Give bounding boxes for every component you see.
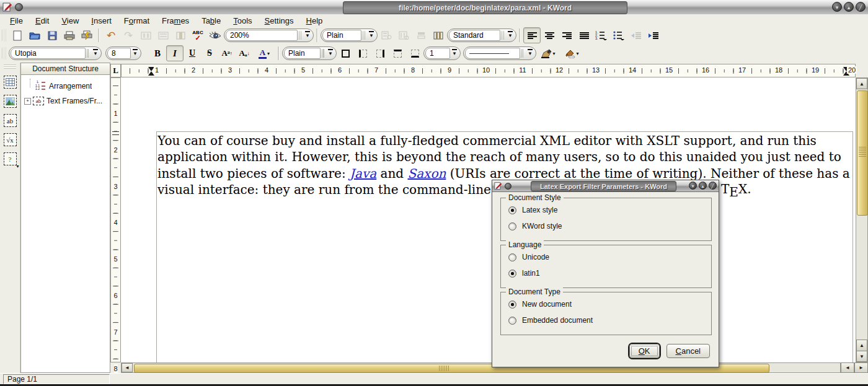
insert-object-button[interactable]: ? ▾ [2, 151, 19, 167]
underline-button[interactable]: U [184, 45, 201, 61]
tree-expander-icon[interactable]: + [24, 98, 31, 105]
combo-arrow-icon[interactable]: ▼ [526, 51, 534, 56]
dialog-titlebar[interactable]: Latex Export Filter Parameters - KWord ▾… [492, 180, 719, 192]
window-titlebar[interactable]: file:/home/peter/doc/beginlatex/para.xml… [0, 0, 868, 15]
superscript-button[interactable]: Aᵃ↑ [218, 45, 236, 61]
style-list-combobox[interactable]: Standard ▼ [447, 29, 516, 42]
maximize-button[interactable]: ▴ [844, 2, 854, 12]
border-line-style-combobox[interactable]: ▼ [463, 46, 536, 60]
tree-item-text-frames[interactable]: + ab Text Frames/Fr... [22, 94, 108, 108]
subscript-button[interactable]: Aₐ↓ [236, 45, 253, 61]
java-link[interactable]: Java [350, 166, 376, 181]
toolbar-handle[interactable] [4, 64, 16, 69]
minimize-button[interactable]: ▾ [832, 2, 842, 12]
eye-icon-button[interactable] [206, 27, 224, 43]
zoom-combobox[interactable]: 200% ▼ [224, 29, 314, 42]
align-left-button[interactable] [523, 27, 541, 43]
radio-latex-style[interactable]: Latex style [508, 206, 557, 214]
ok-button[interactable]: OK [629, 344, 660, 358]
background-color-button[interactable]: ▾ [560, 45, 583, 61]
radio-unicode[interactable]: Unicode [508, 253, 549, 261]
dialog-menu-button[interactable] [505, 183, 512, 190]
new-document-button[interactable] [9, 27, 26, 43]
menu-format[interactable]: Format [118, 15, 156, 26]
print-button[interactable] [61, 27, 78, 43]
document-canvas[interactable]: You can of course buy and install a full… [121, 77, 856, 362]
frame-format-icon[interactable] [412, 27, 430, 43]
menu-insert[interactable]: Insert [85, 15, 118, 26]
align-justify-button[interactable] [575, 27, 593, 43]
align-center-button[interactable] [541, 27, 558, 43]
combo-arrow-icon[interactable]: ▼ [131, 51, 140, 56]
radio-button-icon[interactable] [508, 300, 516, 309]
menu-file[interactable]: File [4, 15, 29, 26]
horizontal-scrollbar[interactable]: ◄ [121, 362, 841, 373]
bold-button[interactable]: B [149, 45, 166, 61]
radio-button-icon[interactable] [508, 317, 516, 325]
insert-picture-button[interactable] [2, 93, 19, 110]
menu-table[interactable]: Table [195, 15, 227, 26]
insert-table-button[interactable] [2, 74, 19, 90]
strikethrough-button[interactable]: S [201, 45, 218, 61]
combo-arrow-icon[interactable]: ▼ [506, 33, 515, 38]
align-right-button[interactable] [558, 27, 575, 43]
undo-button[interactable]: ↶ [102, 27, 120, 43]
font-color-button[interactable]: A ▾ [253, 45, 275, 61]
font-size-combobox[interactable]: 8 ▼ [105, 46, 141, 60]
combo-arrow-icon[interactable]: ▼ [450, 51, 459, 56]
combo-arrow-icon[interactable]: ▼ [326, 51, 335, 56]
frame-style-combobox[interactable]: Plain ▼ [282, 46, 337, 60]
paragraph-style-combobox[interactable]: Plain ▼ [321, 29, 378, 42]
font-family-combobox[interactable]: Utopia ▼ [9, 46, 102, 60]
menu-edit[interactable]: Edit [29, 15, 55, 26]
horizontal-ruler[interactable]: 1234567891011121314151617181920 [121, 64, 856, 77]
combo-arrow-icon[interactable]: ▼ [303, 33, 312, 38]
columns-frame-icon[interactable] [430, 27, 447, 43]
menu-view[interactable]: View [55, 15, 85, 26]
frame-tool-icon-2[interactable] [154, 27, 172, 43]
radio-button-icon[interactable] [508, 222, 516, 230]
menu-help[interactable]: Help [300, 15, 329, 26]
menu-settings[interactable]: Settings [259, 15, 300, 26]
window-menu-button[interactable] [15, 3, 23, 11]
frame-tool-icon-1[interactable] [137, 27, 154, 43]
dialog-close-button[interactable]: ╱ [709, 182, 717, 190]
save-button[interactable] [43, 27, 61, 43]
saxon-link[interactable]: Saxon [407, 166, 446, 181]
vertical-scroll-thumb[interactable] [857, 90, 868, 216]
border-top-button[interactable] [389, 45, 406, 61]
combo-arrow-icon[interactable]: ▼ [91, 51, 100, 56]
border-bottom-button[interactable] [406, 45, 423, 61]
scroll-down-arrow[interactable]: ▼ [856, 351, 867, 362]
menu-frames[interactable]: Frames [156, 15, 195, 26]
scroll-corner[interactable]: ◄ ► [841, 362, 868, 373]
scroll-up-arrow[interactable]: ▲ [856, 78, 867, 89]
tab-stop-selector[interactable]: L [110, 64, 121, 77]
frame-tool-icon-3[interactable] [172, 27, 189, 43]
bullet-list-button[interactable] [610, 27, 627, 43]
vertical-ruler[interactable]: 12345678 [110, 77, 121, 362]
border-left-button[interactable] [354, 45, 371, 61]
radio-new-document[interactable]: New document [508, 300, 572, 309]
scroll-up-arrow[interactable]: ▲ [856, 340, 867, 351]
tree-item-arrangement[interactable]: 1.1.11.2 Arrangement [22, 79, 108, 94]
redo-button[interactable]: ↷ [120, 27, 137, 43]
kword-app-icon[interactable] [2, 2, 13, 12]
spellcheck-button[interactable]: ABC✓ [189, 27, 206, 43]
vertical-scrollbar[interactable]: ▲ ▲ ▼ [856, 77, 868, 362]
update-frame-icon[interactable] [395, 27, 412, 43]
dropdown-arrow-icon[interactable]: ▾ [552, 51, 555, 56]
insert-frame-break-icon[interactable] [378, 27, 395, 43]
dropdown-arrow-icon[interactable]: ▾ [576, 51, 578, 56]
radio-button-icon[interactable] [508, 253, 516, 261]
dialog-minimize-button[interactable]: ▾ [689, 182, 697, 190]
numbered-list-button[interactable]: 1.2.3. [593, 27, 610, 43]
print-preview-button[interactable] [78, 27, 95, 43]
insert-text-frame-button[interactable]: ab [2, 112, 19, 129]
radio-button-icon[interactable] [508, 206, 516, 214]
radio-button-icon[interactable] [508, 270, 516, 278]
radio-latin1[interactable]: latin1 [508, 269, 540, 278]
close-button[interactable]: ╱ [856, 2, 866, 12]
border-right-button[interactable] [371, 45, 389, 61]
border-all-button[interactable] [337, 45, 354, 61]
